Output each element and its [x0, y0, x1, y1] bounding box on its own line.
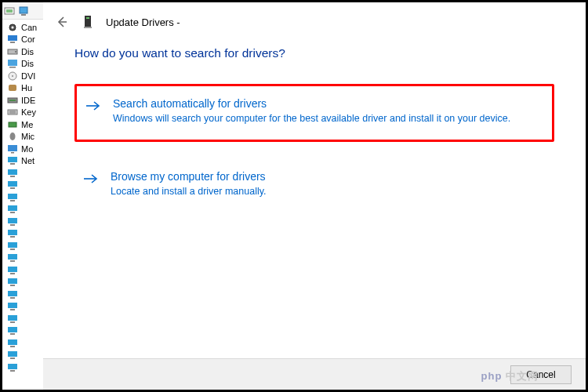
tree-item-keyboard[interactable]: Key	[2, 107, 43, 119]
tree-item-label: DVI	[21, 71, 35, 81]
tree-item-adapter[interactable]	[2, 361, 43, 374]
network-icon	[7, 350, 18, 360]
tree-item-adapter[interactable]	[2, 264, 43, 277]
tree-item-network[interactable]: Net	[2, 155, 43, 168]
svg-point-13	[12, 75, 13, 77]
svg-rect-39	[10, 249, 15, 250]
svg-rect-41	[10, 260, 15, 262]
svg-rect-32	[8, 205, 17, 211]
tree-item-mouse[interactable]: Mic	[2, 131, 43, 143]
svg-rect-20	[9, 122, 16, 127]
tree-item-adapter[interactable]	[2, 216, 43, 228]
svg-rect-49	[10, 309, 15, 310]
option-description: Locate and install a driver manually.	[111, 185, 542, 198]
update-drivers-dialog: Update Drivers - How do you want to sear…	[43, 2, 586, 390]
network-icon	[7, 229, 18, 238]
tree-item-label: Net	[21, 156, 34, 165]
network-icon	[7, 180, 18, 190]
network-icon	[7, 241, 18, 251]
svg-rect-51	[10, 321, 15, 323]
tree-item-adapter[interactable]	[2, 180, 43, 192]
network-icon	[7, 363, 18, 372]
tree-item-adapter[interactable]	[2, 313, 43, 325]
svg-rect-45	[10, 285, 15, 286]
svg-rect-43	[10, 273, 15, 274]
svg-rect-40	[8, 254, 17, 260]
tree-item-adapter[interactable]	[2, 337, 43, 350]
cancel-button[interactable]: Cancel	[510, 365, 572, 384]
svg-rect-10	[8, 60, 17, 66]
svg-rect-50	[8, 315, 17, 321]
svg-rect-35	[10, 224, 15, 226]
option-description: Windows will search your computer for th…	[113, 112, 539, 125]
arrow-right-icon	[82, 170, 100, 198]
tree-item-adapter[interactable]	[2, 228, 43, 241]
svg-rect-29	[10, 187, 15, 189]
network-icon	[7, 278, 18, 287]
ide-icon	[7, 96, 18, 105]
svg-rect-23	[11, 152, 14, 154]
tree-item-adapter[interactable]	[2, 167, 43, 180]
svg-rect-34	[8, 218, 17, 223]
tree-item-cameras[interactable]: Can	[2, 21, 43, 34]
keyboard-icon	[7, 107, 18, 117]
svg-rect-62	[86, 17, 89, 19]
svg-rect-14	[9, 85, 16, 91]
tree-item-memory[interactable]: Me	[2, 118, 43, 131]
option-title: Search automatically for drivers	[113, 97, 539, 110]
svg-rect-2	[20, 7, 27, 13]
svg-point-5	[12, 26, 14, 28]
tree-item-label: IDE	[21, 96, 35, 105]
svg-rect-31	[10, 200, 15, 201]
tree-item-adapter[interactable]	[2, 204, 43, 216]
tree-item-monitor[interactable]: Mo	[2, 143, 43, 155]
svg-rect-1	[6, 9, 13, 13]
svg-rect-28	[8, 181, 17, 187]
device-tree-items: Can Cor Dis Dis DVI Hu IDE Key Me Mic Mo…	[2, 20, 43, 374]
tree-item-adapter[interactable]	[2, 240, 43, 252]
svg-rect-16	[9, 100, 16, 101]
option-search-automatically[interactable]: Search automatically for drivers Windows…	[74, 84, 554, 142]
tree-item-computer[interactable]: Cor	[2, 34, 43, 46]
display-icon	[7, 59, 18, 68]
disk-icon	[7, 47, 18, 56]
camera-icon	[7, 23, 18, 32]
tree-item-adapter[interactable]	[2, 191, 43, 204]
device-manager-tree: Can Cor Dis Dis DVI Hu IDE Key Me Mic Mo…	[2, 2, 43, 390]
network-icon	[7, 339, 18, 348]
tree-item-adapter[interactable]	[2, 350, 43, 362]
tree-item-label: Dis	[21, 47, 34, 56]
dialog-header: Update Drivers -	[43, 2, 586, 42]
tree-item-label: Dis	[21, 59, 34, 68]
back-button[interactable]	[54, 14, 70, 30]
network-icon	[7, 266, 18, 275]
svg-rect-33	[10, 212, 15, 213]
tree-item-label: Mo	[21, 144, 33, 154]
tree-item-label: Hu	[21, 83, 32, 93]
tree-item-adapter[interactable]	[2, 277, 43, 289]
network-icon	[7, 156, 18, 165]
svg-rect-38	[8, 242, 17, 248]
svg-rect-3	[21, 14, 26, 16]
option-browse-computer[interactable]: Browse my computer for drivers Locate an…	[74, 159, 554, 212]
tree-item-ide[interactable]: IDE	[2, 94, 43, 107]
arrow-right-icon	[85, 97, 102, 125]
svg-rect-46	[8, 291, 17, 296]
network-icon	[7, 290, 18, 299]
svg-rect-55	[10, 346, 15, 347]
tree-item-disk[interactable]: Dis	[2, 45, 43, 58]
tree-item-adapter[interactable]	[2, 252, 43, 265]
tree-item-adapter[interactable]	[2, 325, 43, 338]
svg-rect-27	[10, 176, 15, 177]
tree-item-adapter[interactable]	[2, 301, 43, 314]
svg-rect-58	[8, 364, 17, 369]
tree-item-display[interactable]: Dis	[2, 58, 43, 71]
toolbar-icon	[18, 5, 29, 16]
toolbar-icon	[4, 5, 15, 16]
network-icon	[7, 314, 18, 324]
computer-icon	[7, 34, 18, 44]
tree-item-hid[interactable]: Hu	[2, 82, 43, 95]
network-icon	[7, 193, 18, 202]
tree-item-adapter[interactable]	[2, 289, 43, 301]
tree-item-dvd[interactable]: DVI	[2, 70, 43, 82]
